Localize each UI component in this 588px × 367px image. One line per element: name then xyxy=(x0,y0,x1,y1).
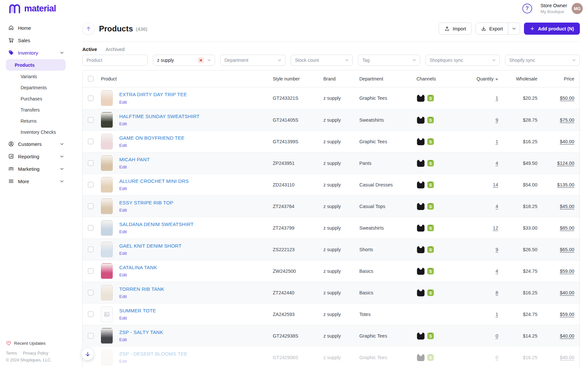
recent-updates-link[interactable]: Recent Updates xyxy=(6,341,67,346)
sidebar-item-home[interactable]: Home xyxy=(0,22,70,34)
export-button[interactable]: Export xyxy=(476,23,508,34)
sidebar-subitem-transfers[interactable]: Transfers xyxy=(6,104,66,115)
edit-product-link[interactable]: Edit xyxy=(119,143,127,148)
department-filter[interactable]: Department xyxy=(220,55,286,66)
quantity-link[interactable]: 4 xyxy=(496,161,498,166)
edit-product-link[interactable]: Edit xyxy=(119,121,127,127)
sidebar-item-more[interactable]: More xyxy=(0,175,70,187)
row-checkbox[interactable] xyxy=(88,290,93,295)
sidebar-item-customers[interactable]: Customers xyxy=(0,138,70,150)
clear-filter-icon[interactable]: ✕ xyxy=(198,57,204,63)
sidebar-item-sales[interactable]: Sales xyxy=(0,34,70,46)
sidebar-subitem-inventory-checks[interactable]: Inventory Checks xyxy=(6,127,66,137)
sidebar-subitem-returns[interactable]: Returns xyxy=(6,115,66,126)
sidebar-item-reporting[interactable]: Reporting xyxy=(0,150,70,163)
product-name-link[interactable]: MICAH PANT xyxy=(119,157,150,163)
edit-product-link[interactable]: Edit xyxy=(119,316,127,321)
product-filter[interactable]: Product xyxy=(82,55,148,66)
brand-filter[interactable]: z supply✕ xyxy=(153,55,215,66)
add-product-button[interactable]: Add product (N) xyxy=(524,23,580,35)
quantity-link[interactable]: 14 xyxy=(493,182,498,187)
edit-product-link[interactable]: Edit xyxy=(119,359,127,364)
tag-filter[interactable]: Tag xyxy=(358,55,420,66)
quantity-link[interactable]: 9 xyxy=(496,247,498,252)
edit-product-link[interactable]: Edit xyxy=(119,251,127,256)
product-name-link[interactable]: TORREN RIB TANK xyxy=(119,286,164,292)
shoptiques-sync-filter[interactable]: Shoptiques sync xyxy=(425,55,500,66)
select-all-checkbox[interactable] xyxy=(88,76,93,81)
product-name-link[interactable]: ALLURE CROCHET MINI DRS xyxy=(119,178,189,184)
edit-product-link[interactable]: Edit xyxy=(119,272,127,278)
retail-price-link[interactable]: $124.00 xyxy=(557,161,574,166)
product-name-link[interactable]: SALDANA DENIM SWEATSHIRT xyxy=(119,221,194,227)
edit-product-link[interactable]: Edit xyxy=(119,186,127,191)
terms-link[interactable]: Terms xyxy=(6,351,17,356)
export-options-button[interactable] xyxy=(508,23,520,34)
column-header-quantity[interactable]: Quantity xyxy=(459,76,498,81)
edit-product-link[interactable]: Edit xyxy=(119,208,127,213)
tab-archived[interactable]: Archived xyxy=(106,46,124,52)
stock-count-filter[interactable]: Stock count xyxy=(291,55,353,66)
edit-product-link[interactable]: Edit xyxy=(119,337,127,342)
sidebar-subitem-products[interactable]: Products xyxy=(6,59,66,71)
retail-price-link[interactable]: $50.00 xyxy=(560,96,574,101)
edit-product-link[interactable]: Edit xyxy=(119,165,127,170)
row-checkbox[interactable] xyxy=(88,182,93,187)
edit-product-link[interactable]: Edit xyxy=(119,100,127,105)
quantity-link[interactable]: 12 xyxy=(493,225,498,231)
row-checkbox[interactable] xyxy=(88,203,93,209)
quantity-link[interactable]: 0 xyxy=(496,355,498,360)
help-button[interactable]: ? xyxy=(522,4,532,13)
retail-price-link[interactable]: $40.00 xyxy=(560,355,574,360)
retail-price-link[interactable]: $59.00 xyxy=(560,312,574,317)
quantity-link[interactable]: 1 xyxy=(496,139,498,144)
retail-price-link[interactable]: $59.00 xyxy=(560,269,574,274)
row-checkbox[interactable] xyxy=(88,160,93,166)
retail-price-link[interactable]: $135.00 xyxy=(557,182,574,187)
row-checkbox[interactable] xyxy=(88,225,93,231)
row-checkbox[interactable] xyxy=(88,117,93,123)
sidebar-subitem-variants[interactable]: Variants xyxy=(6,71,66,82)
product-name-link[interactable]: GAEL KNIT DENIM SHORT xyxy=(119,243,182,249)
retail-price-link[interactable]: $75.00 xyxy=(560,117,574,123)
row-checkbox[interactable] xyxy=(88,139,93,144)
shopify-sync-filter[interactable]: Shopify sync xyxy=(505,55,580,66)
tab-active[interactable]: Active xyxy=(82,46,97,52)
product-name-link[interactable]: ESSY STRIPE RIB TOP xyxy=(119,200,173,206)
row-checkbox[interactable] xyxy=(88,311,93,317)
product-name-link[interactable]: ZSP - SALTY TANK xyxy=(119,329,163,335)
user-menu[interactable]: Store Owner My Boutique xyxy=(541,3,567,14)
retail-price-link[interactable]: $65.00 xyxy=(560,247,574,252)
quantity-link[interactable]: 4 xyxy=(496,269,498,274)
quantity-link[interactable]: 9 xyxy=(496,117,498,123)
product-name-link[interactable]: EXTRA DIRTY DAY TRIP TEE xyxy=(119,92,187,97)
row-checkbox[interactable] xyxy=(88,96,93,101)
import-button[interactable]: Import xyxy=(439,23,472,35)
scroll-to-top-button[interactable] xyxy=(82,23,95,35)
product-name-link[interactable]: ZSP - DESERT BLOOMS TEE xyxy=(119,351,188,357)
row-checkbox[interactable] xyxy=(88,333,93,339)
quantity-link[interactable]: 4 xyxy=(496,204,498,209)
product-name-link[interactable]: CATALINA TANK xyxy=(119,265,157,271)
quantity-link[interactable]: 8 xyxy=(496,290,498,295)
product-name-link[interactable]: SUMMER TOTE xyxy=(119,308,156,314)
retail-price-link[interactable]: $45.00 xyxy=(560,204,574,209)
privacy-policy-link[interactable]: Privacy Policy xyxy=(23,351,48,356)
app-logo[interactable]: material xyxy=(8,3,56,14)
retail-price-link[interactable]: $40.00 xyxy=(560,139,574,144)
sidebar-subitem-departments[interactable]: Departments xyxy=(6,82,66,93)
quantity-link[interactable]: 0 xyxy=(496,333,498,339)
sidebar-item-inventory[interactable]: Inventory xyxy=(0,46,70,59)
quantity-link[interactable]: 1 xyxy=(496,96,498,101)
row-checkbox[interactable] xyxy=(88,247,93,252)
product-name-link[interactable]: GAME ON BOYFRIEND TEE xyxy=(119,135,185,141)
sidebar-subitem-purchases[interactable]: Purchases xyxy=(6,93,66,104)
row-checkbox[interactable] xyxy=(88,268,93,274)
retail-price-link[interactable]: $85.00 xyxy=(560,225,574,231)
edit-product-link[interactable]: Edit xyxy=(119,229,127,235)
scroll-to-bottom-button[interactable] xyxy=(81,347,94,360)
retail-price-link[interactable]: $40.00 xyxy=(560,290,574,295)
sidebar-item-marketing[interactable]: Marketing xyxy=(0,163,70,175)
retail-price-link[interactable]: $40.00 xyxy=(560,333,574,339)
quantity-link[interactable]: 1 xyxy=(496,312,498,317)
